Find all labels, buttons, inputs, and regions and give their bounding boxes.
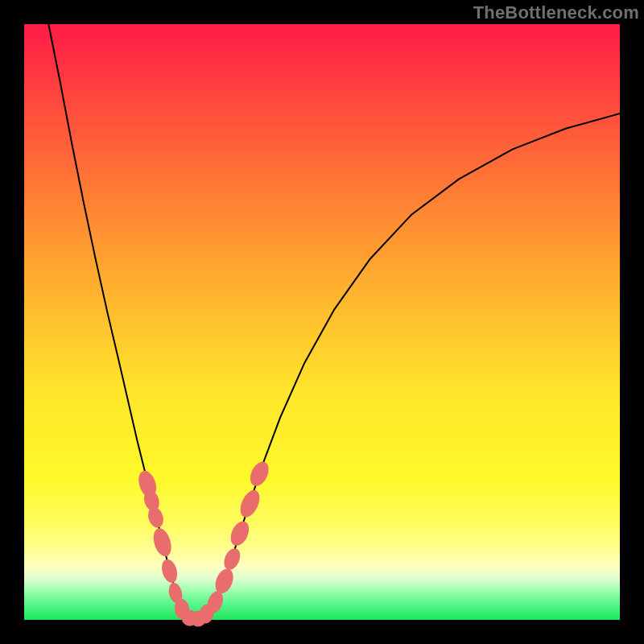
bottleneck-curve — [48, 24, 620, 620]
chart-svg — [0, 0, 644, 644]
curve-marker — [159, 557, 180, 584]
curve-marker — [151, 526, 175, 559]
curve-marker — [237, 487, 263, 520]
curve-marker — [221, 546, 243, 572]
curve-marker — [227, 518, 253, 548]
markers-group — [135, 459, 272, 627]
curve-marker — [246, 459, 272, 489]
